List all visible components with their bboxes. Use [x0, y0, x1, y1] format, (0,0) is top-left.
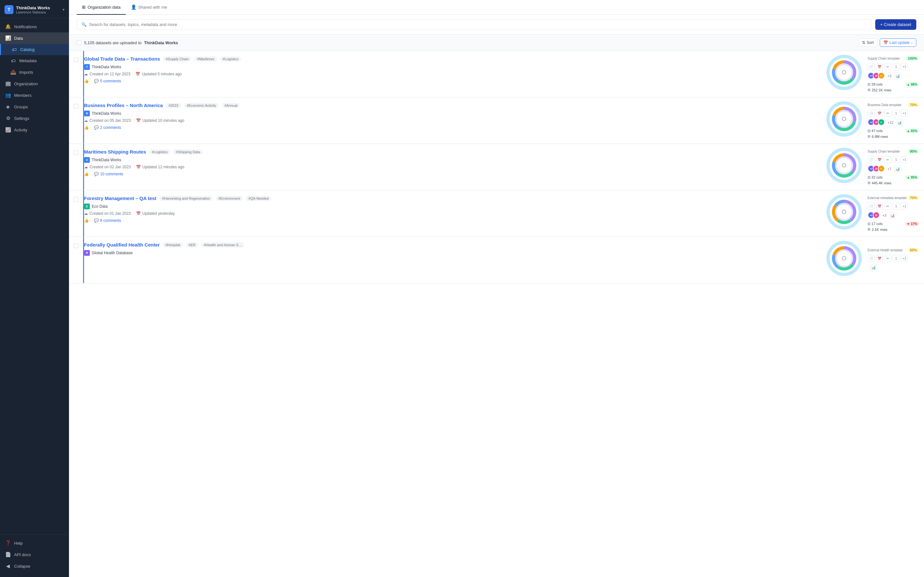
dataset-title[interactable]: Federally Qualified Health Center — [84, 242, 160, 247]
members-icon: 👥 — [5, 92, 11, 98]
calendar-icon-button[interactable]: 📅 — [876, 255, 883, 262]
dataset-title[interactable]: Business Profiles – North America — [84, 103, 163, 108]
like-button[interactable]: 👍 — [84, 172, 89, 176]
comments-link[interactable]: 💬2 comments — [94, 125, 121, 130]
cols-label: ⊡ 28 cols — [867, 82, 883, 87]
comments-link[interactable]: 💬5 comments — [94, 79, 121, 83]
dataset-tag[interactable]: #Maritimes — [194, 56, 217, 61]
bar-chart-icon[interactable]: 📊 — [889, 212, 896, 219]
tab-org-data[interactable]: ⊞ Organization data — [77, 0, 126, 15]
dataset-checkbox[interactable] — [74, 197, 79, 201]
bar-chart-icon[interactable]: 📊 — [870, 264, 877, 271]
edit-icon-button[interactable]: ✏ — [884, 156, 891, 163]
dataset-tag[interactable]: #Logistics — [220, 56, 241, 61]
calendar-icon-button[interactable]: 📅 — [876, 203, 883, 210]
svg-text:⬡: ⬡ — [842, 255, 846, 261]
sidebar-item-activity[interactable]: 📈 Activity — [0, 124, 69, 135]
dataset-tag[interactable]: #ER — [186, 242, 198, 247]
like-icon: 👍 — [84, 172, 89, 176]
sort-button[interactable]: ⇅ Sort — [859, 39, 877, 47]
sidebar-item-metadata[interactable]: 🏷 Metadata — [0, 55, 69, 66]
provider-name: ThinkData Works — [92, 158, 121, 162]
sidebar-header: T ThinkData Works Lawrence Nabeara ▾ — [0, 0, 69, 18]
dataset-item: Business Profiles – North America #2023#… — [69, 97, 924, 144]
avatar-plus-count: +12 — [887, 121, 893, 124]
tab-shared[interactable]: 👤 Shared with me — [126, 0, 172, 15]
calendar-icon-button[interactable]: 📅 — [876, 156, 883, 163]
like-button[interactable]: 👍 — [84, 218, 89, 223]
count-text: 5,105 datasets are uploaded to ThinkData… — [84, 40, 178, 45]
create-dataset-button[interactable]: + Create dataset — [875, 19, 916, 30]
edit-icon-button[interactable]: ✏ — [884, 63, 891, 70]
sidebar-item-data[interactable]: 📊 Data — [0, 32, 69, 44]
dataset-title[interactable]: Forestry Management – QA test — [84, 195, 156, 201]
bar-chart-icon[interactable]: 📊 — [896, 119, 903, 126]
dataset-tag[interactable]: #QA Needed — [246, 196, 271, 201]
like-button[interactable]: 👍 — [84, 125, 89, 130]
cols-label: ⊡ 47 cols — [867, 129, 883, 133]
edit-icon-button[interactable]: ✏ — [884, 110, 891, 117]
svg-text:⬡: ⬡ — [842, 209, 846, 214]
sidebar-item-catalog[interactable]: 🏷 Catalog — [0, 44, 69, 55]
dataset-tag[interactable]: #Annual — [222, 103, 240, 108]
dataset-checkbox[interactable] — [74, 104, 79, 109]
dataset-checkbox[interactable] — [74, 57, 79, 62]
doc-icon-button[interactable]: 📄 — [867, 255, 875, 262]
action-icons-row: 📄 📅 ✏ 1 +1 — [867, 156, 919, 163]
comments-link[interactable]: 💬10 comments — [94, 172, 123, 176]
doc-icon-button[interactable]: 📄 — [867, 156, 875, 163]
dataset-title[interactable]: Global Trade Data – Transactions — [84, 56, 160, 61]
chevron-down-icon[interactable]: ▾ — [63, 7, 65, 12]
edit-icon-button[interactable]: ✏ — [884, 255, 891, 262]
sidebar-item-label: Groups — [14, 105, 28, 109]
sidebar-item-organization[interactable]: 🏢 Organization — [0, 78, 69, 89]
dataset-content: Business Profiles – North America #2023#… — [83, 97, 821, 143]
user-avatars: ABC — [867, 119, 885, 126]
sidebar-item-help[interactable]: ❓ Help — [0, 537, 69, 549]
like-button[interactable]: 👍 — [84, 79, 89, 83]
dataset-meta: ☁Created on 05 Jan 2023 📅Updated 10 minu… — [84, 118, 817, 123]
dataset-donut-chart: ⬡ — [827, 148, 865, 186]
sidebar-item-api-docs[interactable]: 📄 API docs — [0, 549, 69, 560]
sidebar-item-notifications[interactable]: 🔔 Notifications — [0, 21, 69, 32]
sidebar-item-collapse[interactable]: ◀ Collapse — [0, 560, 69, 572]
groups-icon: ◈ — [5, 104, 11, 110]
bar-chart-icon[interactable]: 📊 — [894, 73, 901, 79]
dataset-tag[interactable]: #Hospital — [163, 242, 183, 247]
sidebar-item-members[interactable]: 👥 Members — [0, 89, 69, 101]
sidebar-item-groups[interactable]: ◈ Groups — [0, 101, 69, 113]
settings-icon: ⚙ — [5, 115, 11, 121]
dataset-tag[interactable]: #Logistics — [149, 149, 170, 155]
dataset-checkbox[interactable] — [74, 243, 79, 248]
dataset-stats: Business Data template 70% 📄 📅 ✏ 1 +1 AB… — [867, 103, 919, 139]
doc-icon-button[interactable]: 📄 — [867, 63, 875, 70]
doc-icon-button[interactable]: 📄 — [867, 203, 875, 210]
sidebar-item-settings[interactable]: ⚙ Settings — [0, 113, 69, 124]
calendar-icon-button[interactable]: 📅 — [876, 63, 883, 70]
avatar: C — [878, 119, 885, 126]
dataset-title-row: Business Profiles – North America #2023#… — [84, 103, 817, 108]
dataset-tag[interactable]: #Shipping Data — [173, 149, 202, 155]
sidebar-item-imports[interactable]: 📥 Imports — [0, 66, 69, 78]
dataset-tag[interactable]: #Environment — [216, 196, 243, 201]
edit-icon-button[interactable]: ✏ — [884, 203, 891, 210]
dataset-tag[interactable]: #Economic Activity — [184, 103, 219, 108]
select-all-checkbox[interactable] — [77, 40, 81, 45]
avatar-plus-count: +3 — [882, 213, 887, 218]
dataset-meta: ☁Created on 01 Jan 2023 📅Updated yesterd… — [84, 211, 817, 216]
dataset-tag[interactable]: #2023 — [166, 103, 181, 108]
dataset-title[interactable]: Maritimes Shipping Routes — [84, 149, 146, 155]
bar-chart-icon[interactable]: 📊 — [894, 165, 901, 172]
doc-icon-button[interactable]: 📄 — [867, 110, 875, 117]
dataset-tag[interactable]: #Health and Human S... — [201, 242, 244, 247]
last-update-button[interactable]: 📅 Last update ↓ — [880, 39, 916, 47]
dataset-tag[interactable]: #Supply Chain — [163, 56, 192, 61]
search-box[interactable]: 🔍 — [77, 19, 871, 30]
brand: T ThinkData Works Lawrence Nabeara — [5, 5, 50, 14]
dataset-tag[interactable]: #Harvesting and Regeneration — [160, 196, 212, 201]
comments-link[interactable]: 💬8 comments — [94, 218, 121, 223]
calendar-icon-button[interactable]: 📅 — [876, 110, 883, 117]
provider-info: ✳ Global Health Database — [84, 250, 817, 256]
search-input[interactable] — [89, 22, 867, 27]
dataset-checkbox[interactable] — [74, 150, 79, 155]
